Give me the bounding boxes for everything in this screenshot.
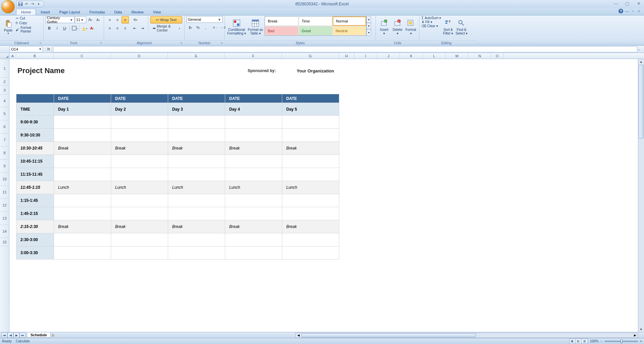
schedule-cell[interactable] bbox=[168, 194, 225, 207]
schedule-cell[interactable] bbox=[168, 233, 225, 246]
align-middle-icon[interactable]: ≡ bbox=[114, 16, 121, 23]
time-cell[interactable]: 3:00-3:30 bbox=[16, 246, 54, 260]
schedule-cell[interactable] bbox=[225, 246, 282, 260]
merge-center-button[interactable]: ⬌ Merge & Center ▾ bbox=[150, 24, 182, 32]
new-sheet-icon[interactable]: ⎘ bbox=[52, 333, 54, 337]
schedule-cell[interactable] bbox=[54, 246, 111, 260]
ribbon-close-icon[interactable]: × bbox=[637, 9, 641, 13]
align-right-icon[interactable]: ≡ bbox=[121, 24, 129, 32]
schedule-cell[interactable] bbox=[282, 129, 339, 142]
column-header[interactable]: D bbox=[111, 53, 168, 59]
sort-filter-button[interactable]: Sort &Filter ▾ bbox=[442, 16, 454, 38]
underline-button[interactable]: U▾ bbox=[61, 24, 68, 32]
tab-review[interactable]: Review bbox=[127, 9, 148, 15]
ribbon-minimize-icon[interactable]: — bbox=[625, 9, 629, 13]
schedule-cell[interactable]: Break bbox=[225, 142, 282, 155]
delete-cells-button[interactable]: × Delete▾ bbox=[391, 16, 404, 38]
schedule-cell[interactable] bbox=[111, 233, 168, 246]
schedule-cell[interactable] bbox=[111, 116, 168, 129]
time-cell[interactable]: 2:15-2:30 bbox=[16, 220, 54, 233]
align-bottom-icon[interactable]: ≡ bbox=[121, 16, 129, 23]
increase-indent-icon[interactable]: ⇥ bbox=[139, 24, 146, 32]
undo-icon[interactable]: ↶ bbox=[24, 1, 29, 7]
time-cell[interactable]: 2:30-3:00 bbox=[16, 233, 54, 246]
align-center-icon[interactable]: ≡ bbox=[114, 24, 121, 32]
time-cell[interactable]: 9:30-10:30 bbox=[16, 129, 54, 142]
schedule-cell[interactable] bbox=[111, 129, 168, 142]
border-button[interactable]: ▾ bbox=[71, 24, 78, 32]
cells-area[interactable]: Project Name Sponsored by: Your Organiza… bbox=[9, 59, 644, 332]
zoom-knob[interactable] bbox=[621, 339, 623, 343]
time-cell[interactable]: 11:15-11:45 bbox=[16, 168, 54, 181]
time-cell[interactable]: 9:00-9:30 bbox=[16, 116, 54, 129]
schedule-cell[interactable] bbox=[225, 233, 282, 246]
style-good[interactable]: Good bbox=[299, 26, 332, 36]
time-cell[interactable]: 11:45-1:15 bbox=[16, 181, 54, 194]
time-cell[interactable]: 1:15-1:45 bbox=[16, 194, 54, 207]
column-header[interactable]: J bbox=[377, 53, 400, 59]
schedule-cell[interactable] bbox=[54, 129, 111, 142]
schedule-cell[interactable]: Break bbox=[111, 142, 168, 155]
chevron-down-icon[interactable]: ▾ bbox=[69, 18, 73, 22]
tab-view[interactable]: View bbox=[148, 9, 166, 15]
row-header[interactable]: 9 bbox=[0, 160, 9, 173]
bold-button[interactable]: B bbox=[46, 24, 53, 32]
zoom-level[interactable]: 100% bbox=[590, 339, 599, 343]
sheet-next-icon[interactable]: ▶ bbox=[13, 333, 19, 338]
schedule-cell[interactable] bbox=[168, 168, 225, 181]
close-button[interactable]: ✕ bbox=[635, 1, 642, 6]
fill-button[interactable]: ⬇Fill ▾ bbox=[422, 20, 441, 24]
font-size-combo[interactable]: 11▾ bbox=[75, 16, 86, 23]
gallery-down-icon[interactable]: ▾ bbox=[366, 23, 371, 30]
scroll-left-icon[interactable]: ◀ bbox=[296, 333, 301, 338]
schedule-cell[interactable]: Break bbox=[282, 220, 339, 233]
schedule-cell[interactable] bbox=[54, 194, 111, 207]
column-header[interactable]: L bbox=[423, 53, 446, 59]
fill-color-button[interactable]: ▾ bbox=[81, 24, 88, 32]
schedule-cell[interactable] bbox=[111, 194, 168, 207]
sheet-prev-icon[interactable]: ◀ bbox=[7, 333, 13, 338]
gallery-up-icon[interactable]: ▴ bbox=[366, 16, 371, 23]
paste-button[interactable]: Paste ▼ bbox=[2, 16, 14, 38]
schedule-cell[interactable] bbox=[225, 194, 282, 207]
schedule-cell[interactable] bbox=[54, 155, 111, 168]
italic-button[interactable]: I bbox=[53, 24, 61, 32]
vertical-scrollbar[interactable]: ▴ ▾ bbox=[638, 59, 644, 332]
chevron-down-icon[interactable]: ▾ bbox=[217, 17, 221, 22]
schedule-cell[interactable] bbox=[282, 155, 339, 168]
minimize-button[interactable]: — bbox=[612, 1, 619, 6]
column-header[interactable]: C bbox=[54, 53, 111, 59]
time-cell[interactable]: 10:45-11:15 bbox=[16, 155, 54, 168]
column-header[interactable]: B bbox=[16, 53, 54, 59]
chevron-down-icon[interactable]: ▾ bbox=[80, 18, 84, 22]
font-name-combo[interactable]: Century Gothic▾ bbox=[46, 16, 75, 23]
format-painter-button[interactable]: 🖌Format Painter bbox=[15, 25, 41, 34]
zoom-slider[interactable] bbox=[604, 341, 638, 342]
row-header[interactable]: 14 bbox=[0, 225, 9, 238]
column-header[interactable]: I bbox=[354, 53, 377, 59]
schedule-cell[interactable] bbox=[225, 116, 282, 129]
row-header[interactable]: 7 bbox=[0, 133, 9, 147]
orientation-icon[interactable]: ⟲▾ bbox=[132, 16, 139, 23]
column-header[interactable]: M bbox=[446, 53, 468, 59]
row-header[interactable]: 11 bbox=[0, 186, 9, 199]
chevron-down-icon[interactable]: ▾ bbox=[39, 47, 41, 51]
schedule-cell[interactable] bbox=[111, 246, 168, 260]
schedule-cell[interactable] bbox=[282, 246, 339, 260]
format-as-table-button[interactable]: Format asTable ▾ bbox=[247, 16, 264, 38]
row-header[interactable]: 1 bbox=[0, 59, 9, 78]
tab-data[interactable]: Data bbox=[109, 9, 127, 15]
style-bad[interactable]: Bad bbox=[265, 26, 298, 36]
sheet-first-icon[interactable]: ⏮ bbox=[1, 333, 7, 338]
tab-formulas[interactable]: Formulas bbox=[85, 9, 110, 15]
time-cell[interactable]: 1:45-2:15 bbox=[16, 207, 54, 220]
zoom-out-icon[interactable]: − bbox=[600, 339, 602, 343]
gallery-more-icon[interactable]: ▾ bbox=[366, 29, 371, 36]
schedule-cell[interactable]: Break bbox=[54, 220, 111, 233]
schedule-cell[interactable] bbox=[54, 233, 111, 246]
number-format-combo[interactable]: General▾ bbox=[187, 16, 223, 23]
formula-input[interactable] bbox=[53, 46, 637, 52]
tab-page-layout[interactable]: Page Layout bbox=[55, 9, 85, 15]
schedule-cell[interactable] bbox=[168, 116, 225, 129]
clear-button[interactable]: ⌫Clear ▾ bbox=[422, 24, 441, 28]
